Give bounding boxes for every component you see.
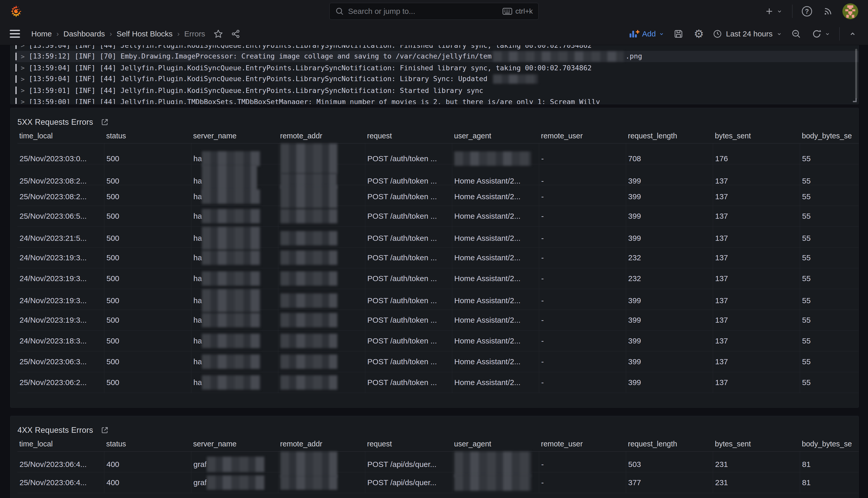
column-header-request_length[interactable]: request_length bbox=[626, 132, 713, 140]
column-header-remote_user[interactable]: remote_user bbox=[539, 440, 626, 448]
redacted-value bbox=[280, 209, 337, 223]
column-header-status[interactable]: status bbox=[104, 132, 191, 140]
table-cell: - bbox=[539, 206, 626, 226]
log-message: [13:59:01] [INF] [44] Jellyfin.Plugin.Ko… bbox=[29, 87, 483, 94]
log-level-bar bbox=[15, 64, 17, 71]
add-panel-button[interactable]: Add bbox=[629, 28, 664, 39]
log-row[interactable]: >[13:59:04] [INF] [44] Jellyfin.Plugin.K… bbox=[15, 45, 858, 51]
panel-title[interactable]: 5XX Requests Errors bbox=[17, 118, 93, 127]
profile-avatar[interactable] bbox=[842, 3, 858, 19]
panel-title[interactable]: 4XX Requests Errors bbox=[17, 425, 93, 435]
table-cell: 137 bbox=[713, 351, 800, 372]
grafana-logo[interactable] bbox=[10, 5, 23, 18]
logs-panel: >[13:59:04] [INF] [44] Jellyfin.Plugin.K… bbox=[10, 45, 859, 104]
scrollbar-thumb[interactable] bbox=[855, 49, 857, 99]
column-header-status[interactable]: status bbox=[104, 440, 191, 448]
table-cell: 231 bbox=[713, 472, 800, 493]
new-button[interactable] bbox=[763, 5, 784, 18]
log-expand-icon[interactable]: > bbox=[21, 64, 25, 71]
favorite-button[interactable] bbox=[212, 27, 225, 40]
mega-menu-button[interactable] bbox=[10, 30, 20, 38]
column-header-body_bytes_se[interactable]: body_bytes_se bbox=[800, 132, 859, 140]
breadcrumb-separator: › bbox=[110, 30, 112, 38]
table-cell: Home Assistant/2... bbox=[452, 206, 539, 226]
table-cell: ha bbox=[191, 331, 278, 351]
table-cell: POST /api/ds/quer... bbox=[365, 472, 452, 493]
log-row[interactable]: >[13:59:00] [INF] [44] Jellyfin.Plugin.T… bbox=[15, 96, 858, 104]
help-icon: ? bbox=[802, 6, 812, 16]
rss-icon bbox=[823, 6, 833, 16]
dashboard-settings-button[interactable]: ⚙ bbox=[692, 27, 705, 41]
log-expand-icon[interactable]: > bbox=[21, 53, 25, 60]
log-expand-icon[interactable]: > bbox=[21, 76, 25, 83]
table-cell: 399 bbox=[626, 351, 713, 372]
redacted-value bbox=[454, 152, 531, 166]
log-row[interactable]: >[13:59:04] [INF] [44] Jellyfin.Plugin.K… bbox=[15, 74, 858, 85]
table-cell: - bbox=[539, 185, 626, 208]
column-header-server_name[interactable]: server_name bbox=[191, 132, 278, 140]
table-cell: 24/Nov/2023:19:3... bbox=[17, 289, 104, 312]
table-cell: 55 bbox=[800, 206, 859, 226]
zoom-out-button[interactable] bbox=[789, 27, 803, 41]
table-cell: 137 bbox=[713, 206, 800, 226]
redacted-value bbox=[202, 251, 260, 265]
news-button[interactable] bbox=[821, 5, 835, 18]
column-header-remote_addr[interactable]: remote_addr bbox=[278, 132, 365, 140]
column-header-user_agent[interactable]: user_agent bbox=[452, 132, 539, 140]
table-cell bbox=[278, 310, 365, 330]
panel-resize-handle[interactable] bbox=[853, 98, 857, 102]
breadcrumb-self-host-blocks[interactable]: Self Host Blocks bbox=[117, 29, 172, 38]
column-header-time_local[interactable]: time_local bbox=[17, 440, 104, 448]
table-cell: 24/Nov/2023:19:3... bbox=[17, 268, 104, 289]
avatar-image bbox=[842, 3, 858, 19]
table-cell bbox=[278, 247, 365, 268]
collapse-toolbar-button[interactable] bbox=[847, 28, 858, 40]
toolbar-divider bbox=[839, 27, 840, 41]
column-header-time_local[interactable]: time_local bbox=[17, 132, 104, 140]
column-header-request[interactable]: request bbox=[365, 440, 452, 448]
redacted-value bbox=[207, 457, 265, 472]
table-cell: Home Assistant/2... bbox=[452, 351, 539, 372]
time-range-picker[interactable]: Last 24 hours bbox=[713, 29, 782, 39]
table-row: 25/Nov/2023:06:4...400grafPOST /api/ds/q… bbox=[17, 472, 859, 493]
column-header-user_agent[interactable]: user_agent bbox=[452, 440, 539, 448]
table-cell: 399 bbox=[626, 185, 713, 208]
log-row[interactable]: >[13:59:01] [INF] [44] Jellyfin.Plugin.K… bbox=[15, 85, 858, 96]
redacted-value bbox=[202, 209, 260, 223]
log-row[interactable]: >[13:59:12] [INF] [70] Emby.Drawing.Imag… bbox=[15, 51, 858, 62]
table-cell: Home Assistant/2... bbox=[452, 268, 539, 289]
column-header-server_name[interactable]: server_name bbox=[191, 440, 278, 448]
table-cell: - bbox=[539, 268, 626, 289]
refresh-button[interactable] bbox=[810, 27, 832, 41]
log-row[interactable]: >[13:59:04] [INF] [44] Jellyfin.Plugin.K… bbox=[15, 62, 858, 74]
plus-icon bbox=[764, 6, 774, 16]
external-link-icon[interactable] bbox=[100, 426, 109, 435]
external-link-icon[interactable] bbox=[100, 118, 109, 127]
table-cell: 137 bbox=[713, 310, 800, 330]
log-level-bar bbox=[15, 87, 17, 94]
column-header-bytes_sent[interactable]: bytes_sent bbox=[713, 440, 800, 448]
table-cell: ha bbox=[191, 268, 278, 289]
save-dashboard-button[interactable] bbox=[672, 27, 685, 41]
column-header-bytes_sent[interactable]: bytes_sent bbox=[713, 132, 800, 140]
log-lines: >[13:59:04] [INF] [44] Jellyfin.Plugin.K… bbox=[11, 45, 858, 104]
share-button[interactable] bbox=[229, 27, 242, 40]
column-header-remote_addr[interactable]: remote_addr bbox=[278, 440, 365, 448]
table-4xx: time_localstatusserver_nameremote_addrre… bbox=[17, 437, 859, 493]
column-header-body_bytes_se[interactable]: body_bytes_se bbox=[800, 440, 859, 448]
redacted-value bbox=[280, 475, 337, 490]
redacted-value bbox=[280, 313, 337, 327]
search-input[interactable]: Search or jump to... ctrl+k bbox=[329, 3, 539, 20]
column-header-request[interactable]: request bbox=[365, 132, 452, 140]
breadcrumb-dashboards[interactable]: Dashboards bbox=[63, 29, 105, 38]
table-cell: graf bbox=[191, 472, 278, 493]
log-expand-icon[interactable]: > bbox=[21, 45, 25, 49]
breadcrumb-home[interactable]: Home bbox=[31, 29, 52, 38]
column-header-remote_user[interactable]: remote_user bbox=[539, 132, 626, 140]
log-expand-icon[interactable]: > bbox=[21, 98, 25, 104]
column-header-request_length[interactable]: request_length bbox=[626, 440, 713, 448]
table-cell: 500 bbox=[104, 227, 191, 250]
table-cell: POST /auth/token ... bbox=[365, 268, 452, 289]
help-button[interactable]: ? bbox=[800, 5, 814, 18]
log-expand-icon[interactable]: > bbox=[21, 87, 25, 94]
